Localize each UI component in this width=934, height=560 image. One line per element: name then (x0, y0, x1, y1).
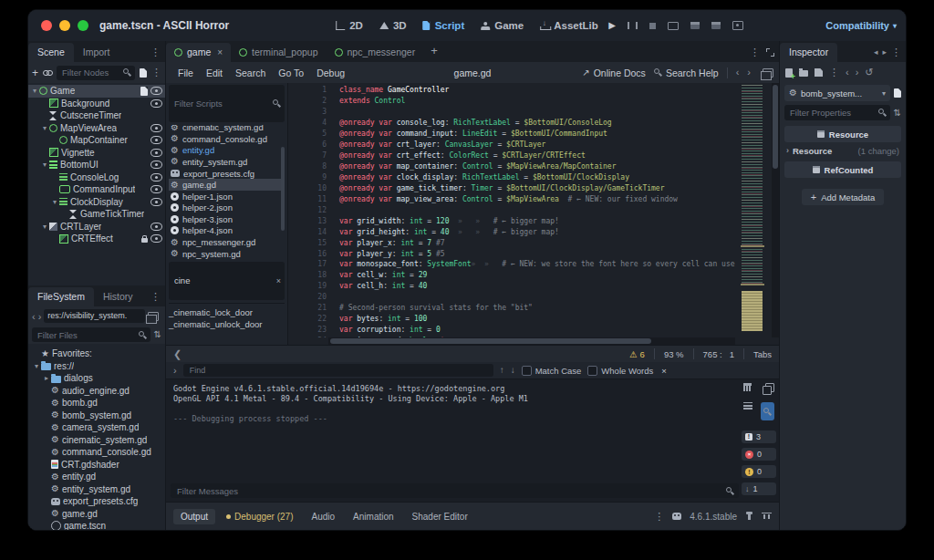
line-number[interactable]: 22 (288, 315, 339, 323)
scene-node-row[interactable]: Vignette (28, 147, 165, 160)
script-item[interactable]: helper-4.json (169, 225, 285, 237)
panel-menu-icon[interactable]: ⋮ (654, 512, 664, 522)
renderer-selector[interactable]: Compatibility ▾ (825, 10, 897, 41)
code-line[interactable]: 15var player_x: int = 7 #7 (288, 237, 735, 248)
line-number[interactable]: 19 (288, 282, 339, 290)
history-back-icon[interactable]: ‹ (736, 67, 740, 78)
new-resource-icon[interactable] (785, 68, 793, 78)
history-back-icon[interactable]: ‹ (846, 67, 849, 78)
code-line[interactable]: 4@onready var console_log: RichTextLabel… (288, 118, 735, 129)
code-line[interactable]: 18var cell_w: int = 29 (288, 270, 735, 281)
search-help-link[interactable]: Search Help (654, 67, 719, 78)
scene-node-row[interactable]: Background (28, 98, 165, 110)
add-metadata-button[interactable]: + Add Metadata (802, 189, 885, 205)
scene-node-row[interactable]: ▾BottomUI (28, 159, 165, 171)
file-row[interactable]: ⚙entity.gd (28, 471, 165, 483)
menu-edit[interactable]: Edit (200, 67, 229, 78)
tab-history[interactable]: History (94, 287, 142, 306)
line-number[interactable]: 11 (288, 195, 339, 203)
float-window-icon[interactable] (763, 68, 773, 78)
find-options-icon[interactable]: › (173, 366, 177, 376)
toggle-scripts-panel-icon[interactable]: ❮ (173, 349, 182, 359)
line-number[interactable]: 13 (288, 217, 339, 225)
find-next-icon[interactable]: ↓ (511, 366, 515, 375)
script-list-scrollbar[interactable] (281, 147, 285, 231)
file-row[interactable]: ⚙entity_system.gd (28, 483, 165, 496)
clear-output-icon[interactable] (743, 383, 752, 391)
mode-script[interactable]: Script (423, 20, 465, 31)
bottom-tab-output[interactable]: Output (173, 509, 215, 524)
scene-node-row[interactable]: ▾ClockDisplay (28, 196, 165, 209)
play-custom-scene-icon[interactable] (711, 22, 721, 29)
match-case-checkbox[interactable] (522, 366, 532, 376)
collapse-duplicates-icon[interactable] (743, 402, 752, 410)
category-resource[interactable]: Resource (784, 126, 901, 142)
match-case-option[interactable]: Match Case (522, 366, 582, 376)
line-number[interactable]: 2 (288, 97, 339, 105)
scene-node-row[interactable]: ▾MapViewArea (28, 122, 165, 135)
expander-icon[interactable]: ▸ (42, 374, 51, 382)
prev-object-icon[interactable]: ◂ (874, 48, 878, 57)
script-item[interactable]: export_presets.cfg (169, 168, 285, 180)
movie-maker-icon[interactable] (732, 21, 743, 30)
file-row[interactable]: ⚙game.gd (28, 508, 165, 521)
scene-tab-game[interactable]: game× (166, 43, 231, 62)
next-object-icon[interactable]: ▸ (882, 48, 887, 57)
script-item[interactable]: ⚙npc_messenger.gd (169, 236, 285, 248)
script-item[interactable]: helper-1.json (169, 191, 285, 202)
history-forward-icon[interactable]: › (856, 67, 859, 78)
tab-inspector[interactable]: Inspector (780, 43, 837, 62)
visibility-eye-icon[interactable] (150, 173, 162, 181)
file-row[interactable]: game.tscn (28, 520, 165, 530)
bottom-tab-audio[interactable]: Audio (305, 509, 343, 524)
resource-menu-icon[interactable]: ⋮ (829, 67, 839, 78)
visibility-eye-icon[interactable] (150, 185, 162, 193)
menu-file[interactable]: File (171, 67, 200, 78)
errors-filter-toggle[interactable]: × 0 (742, 448, 776, 461)
inspector-menu-icon[interactable]: ⋮ (891, 47, 901, 57)
save-resource-icon[interactable] (815, 68, 823, 77)
line-number[interactable]: 10 (288, 184, 339, 192)
code-line[interactable]: 16var player_y: int = 5 #5 (288, 248, 735, 259)
visibility-eye-icon[interactable] (150, 149, 162, 157)
code-line[interactable]: 1class_name GameController (288, 85, 735, 96)
tab-filesystem[interactable]: FileSystem (28, 287, 94, 306)
line-number[interactable]: 18 (288, 271, 339, 279)
script-item[interactable]: ⚙game.gd (169, 179, 285, 191)
tab-import[interactable]: Import (74, 43, 119, 62)
remote-debug-icon[interactable] (668, 22, 679, 30)
whole-words-checkbox[interactable] (587, 366, 597, 376)
dock-menu-icon[interactable]: ⋮ (146, 292, 165, 306)
file-row[interactable]: CRT.gdshader (28, 459, 165, 472)
resource-picker[interactable]: ⚙ bomb_system... ▾ (784, 85, 890, 101)
history-icon[interactable]: ↺ (865, 67, 873, 78)
stop-icon[interactable] (649, 23, 656, 29)
line-number[interactable]: 7 (288, 151, 339, 160)
code-line[interactable]: 3 (288, 107, 735, 118)
bottom-tab-animation[interactable]: Animation (346, 509, 400, 524)
script-item[interactable]: helper-2.json (169, 202, 285, 213)
code-line[interactable]: 6@onready var crt_layer: CanvasLayer = $… (288, 140, 735, 150)
sort-files-icon[interactable]: ⇅ (154, 330, 161, 339)
dock-menu-icon[interactable]: ⋮ (146, 47, 165, 62)
menu-search[interactable]: Search (229, 67, 272, 78)
copy-output-icon[interactable] (765, 383, 774, 392)
scene-node-row[interactable]: CRTEffect (28, 233, 165, 245)
line-number[interactable]: 12 (288, 206, 339, 214)
warnings-filter-toggle[interactable]: ! 0 (742, 465, 776, 478)
code-line[interactable]: 22var bytes: int = 100 (288, 314, 735, 325)
load-resource-icon[interactable] (799, 70, 808, 77)
close-window-button[interactable] (41, 20, 52, 31)
scene-node-row[interactable]: CommandInput (28, 183, 165, 196)
code-line[interactable]: 11@onready var map_view_area: Control = … (288, 193, 735, 204)
expander-icon[interactable]: ▾ (32, 362, 41, 370)
code-line[interactable]: 23var corruption: int = 0 (288, 325, 735, 336)
code-line[interactable]: 19var cell_h: int = 40 (288, 281, 735, 292)
horizontal-scrollbar[interactable] (328, 337, 735, 345)
line-number[interactable]: 20 (288, 293, 339, 301)
line-number[interactable]: 15 (288, 239, 339, 247)
line-number[interactable]: 9 (288, 173, 339, 181)
bottom-tab-debugger-27-[interactable]: Debugger (27) (219, 509, 300, 524)
pin-panel-icon[interactable] (748, 513, 751, 520)
script-item[interactable]: ⚙command_console.gd (169, 133, 285, 145)
